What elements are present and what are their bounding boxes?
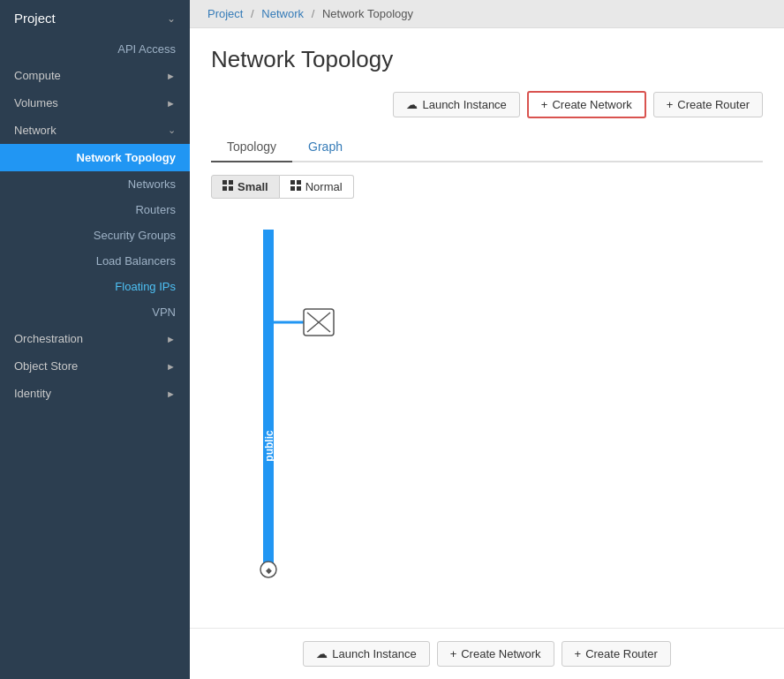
sidebar-item-label: Orchestration bbox=[14, 332, 83, 345]
project-header[interactable]: Project ⌄ bbox=[0, 0, 190, 36]
sidebar-item-identity[interactable]: Identity ► bbox=[0, 380, 190, 407]
create-router-plus-icon: + bbox=[667, 98, 674, 111]
orchestration-chevron: ► bbox=[166, 334, 176, 344]
compute-chevron: ► bbox=[166, 71, 176, 81]
tab-topology-label: Topology bbox=[227, 140, 276, 154]
volumes-chevron: ► bbox=[166, 98, 176, 109]
sidebar-item-api-access[interactable]: API Access bbox=[0, 36, 190, 62]
bottom-create-router-button[interactable]: + Create Router bbox=[562, 641, 671, 667]
size-small-grid-icon bbox=[222, 180, 233, 193]
size-small-button[interactable]: Small bbox=[211, 175, 280, 199]
sidebar-item-label: Identity bbox=[14, 387, 51, 400]
size-normal-button[interactable]: Normal bbox=[280, 175, 354, 199]
size-buttons: Small Normal bbox=[211, 175, 763, 199]
breadcrumb: Project / Network / Network Topology bbox=[190, 0, 784, 28]
top-toolbar: ☁ Launch Instance + Create Network + Cre… bbox=[211, 91, 763, 118]
sidebar-item-label: VPN bbox=[152, 306, 176, 319]
sidebar-item-volumes[interactable]: Volumes ► bbox=[0, 89, 190, 117]
launch-instance-label: Launch Instance bbox=[422, 98, 506, 111]
sidebar-item-label: Object Store bbox=[14, 359, 78, 373]
project-chevron: ⌄ bbox=[167, 12, 176, 25]
bottom-launch-instance-label: Launch Instance bbox=[332, 647, 416, 660]
svg-rect-2 bbox=[222, 186, 227, 191]
bottom-create-network-button[interactable]: + Create Network bbox=[437, 641, 554, 667]
svg-rect-5 bbox=[297, 180, 301, 185]
sidebar-item-label: Network Topology bbox=[77, 151, 176, 164]
svg-rect-0 bbox=[222, 180, 227, 185]
size-small-label: Small bbox=[237, 180, 268, 193]
svg-rect-7 bbox=[297, 186, 301, 191]
breadcrumb-network[interactable]: Network bbox=[261, 7, 304, 20]
sidebar-item-label: Volumes bbox=[14, 96, 58, 109]
sidebar-item-label: API Access bbox=[117, 42, 176, 56]
sidebar-item-orchestration[interactable]: Orchestration ► bbox=[0, 325, 190, 352]
sidebar-item-compute[interactable]: Compute ► bbox=[0, 62, 190, 89]
tab-topology[interactable]: Topology bbox=[211, 132, 292, 162]
size-normal-label: Normal bbox=[305, 180, 343, 193]
sidebar-item-load-balancers[interactable]: Load Balancers bbox=[0, 248, 190, 274]
sidebar-item-security-groups[interactable]: Security Groups bbox=[0, 223, 190, 248]
create-network-plus-icon: + bbox=[541, 98, 548, 111]
breadcrumb-current: Network Topology bbox=[322, 7, 413, 20]
bottom-create-network-plus-icon: + bbox=[450, 647, 457, 660]
bottom-create-router-plus-icon: + bbox=[575, 647, 582, 660]
topology-svg: public ◆ bbox=[211, 216, 476, 587]
create-network-button[interactable]: + Create Network bbox=[527, 91, 646, 118]
sidebar-item-label: Network bbox=[14, 124, 57, 137]
bottom-create-network-label: Create Network bbox=[461, 647, 540, 660]
page-title: Network Topology bbox=[211, 46, 763, 73]
network-end-glyph: ◆ bbox=[266, 566, 272, 575]
topology-visualization: public ◆ bbox=[211, 216, 763, 596]
bottom-launch-icon: ☁ bbox=[316, 647, 328, 660]
bottom-launch-instance-button[interactable]: ☁ Launch Instance bbox=[303, 641, 429, 667]
launch-icon: ☁ bbox=[406, 98, 418, 111]
breadcrumb-sep-1: / bbox=[251, 7, 254, 20]
sidebar-item-network-topology[interactable]: Network Topology bbox=[0, 144, 190, 171]
sidebar-item-object-store[interactable]: Object Store ► bbox=[0, 352, 190, 380]
network-chevron: ⌄ bbox=[168, 124, 176, 136]
breadcrumb-sep-2: / bbox=[312, 7, 315, 20]
sidebar-item-label: Compute bbox=[14, 69, 61, 82]
project-label: Project bbox=[14, 11, 56, 26]
content-area: Network Topology ☁ Launch Instance + Cre… bbox=[190, 28, 784, 628]
sidebar-item-network[interactable]: Network ⌄ bbox=[0, 117, 190, 144]
tab-graph-label: Graph bbox=[308, 140, 343, 154]
bottom-toolbar: ☁ Launch Instance + Create Network + Cre… bbox=[190, 628, 784, 679]
object-store-chevron: ► bbox=[166, 361, 176, 372]
sidebar-item-label: Floating IPs bbox=[115, 280, 176, 293]
sidebar-item-vpn[interactable]: VPN bbox=[0, 299, 190, 325]
main-content: Project / Network / Network Topology Net… bbox=[190, 0, 784, 679]
sidebar: Project ⌄ API Access Compute ► Volumes ►… bbox=[0, 0, 190, 679]
bottom-create-router-label: Create Router bbox=[585, 647, 658, 660]
view-tabs: Topology Graph bbox=[211, 132, 763, 162]
identity-chevron: ► bbox=[166, 389, 176, 399]
sidebar-item-label: Security Groups bbox=[94, 229, 176, 242]
sidebar-item-floating-ips[interactable]: Floating IPs bbox=[0, 274, 190, 299]
sidebar-item-routers[interactable]: Routers bbox=[0, 197, 190, 223]
create-router-label: Create Router bbox=[677, 98, 750, 111]
launch-instance-button[interactable]: ☁ Launch Instance bbox=[393, 92, 519, 117]
network-label: public bbox=[263, 430, 275, 462]
sidebar-item-networks[interactable]: Networks bbox=[0, 171, 190, 197]
svg-rect-3 bbox=[229, 186, 233, 191]
breadcrumb-project[interactable]: Project bbox=[207, 7, 243, 20]
tab-graph[interactable]: Graph bbox=[292, 132, 358, 162]
create-network-label: Create Network bbox=[552, 98, 631, 111]
sidebar-item-label: Routers bbox=[135, 203, 176, 216]
sidebar-item-label: Load Balancers bbox=[96, 254, 176, 268]
create-router-button[interactable]: + Create Router bbox=[653, 92, 763, 117]
svg-rect-1 bbox=[229, 180, 233, 185]
svg-rect-4 bbox=[290, 180, 295, 185]
sidebar-item-label: Networks bbox=[128, 177, 176, 191]
size-normal-grid-icon bbox=[290, 180, 301, 193]
svg-rect-6 bbox=[290, 186, 295, 191]
